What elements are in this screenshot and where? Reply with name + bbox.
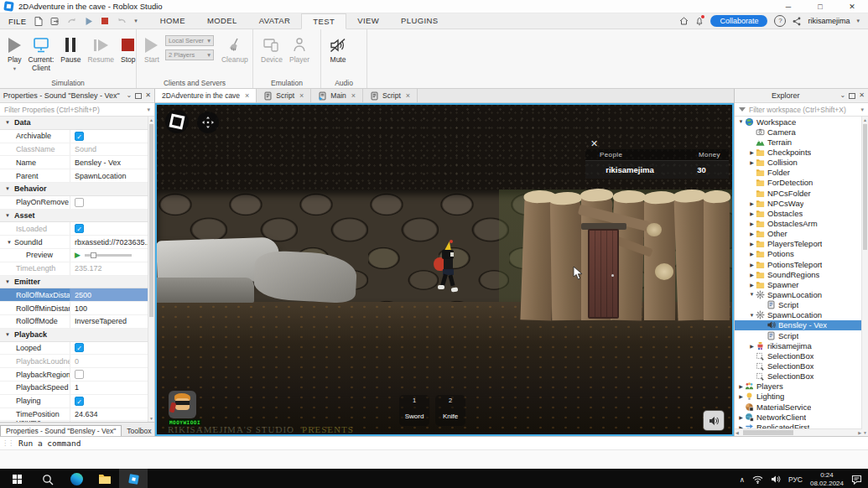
leaderboard-row[interactable]: rikisamejima 30 [585,160,729,179]
property-section-header[interactable]: ▼Playback [0,329,148,342]
home-icon[interactable] [679,17,689,25]
tab-model[interactable]: MODEL [196,13,248,29]
property-row[interactable]: RollOffModeInverseTapered [0,315,148,329]
checkbox[interactable]: ✓ [75,397,84,406]
property-row[interactable]: PlayOnRemove [0,196,148,210]
expander-icon[interactable]: ▶ [737,414,745,420]
user-menu-caret-icon[interactable]: ▾ [856,18,860,24]
property-section-header[interactable]: ▼Behavior [0,183,148,196]
expander-icon[interactable]: ▶ [748,210,756,216]
tab-plugins[interactable]: PLUGINS [390,13,450,29]
player-button[interactable]: Player [286,32,313,65]
explorer-item[interactable]: ▶PlayersTeleport [735,239,862,249]
expander-icon[interactable]: ▶ [748,149,756,155]
explorer-item[interactable]: SelectionBox [735,350,862,361]
preview-slider[interactable] [85,254,132,257]
pause-button[interactable]: Pause [57,32,84,65]
explorer-item[interactable]: ▶Obstacles [735,208,862,218]
property-row[interactable]: Playing✓ [0,395,148,408]
checkbox[interactable]: ✓ [75,132,84,141]
explorer-item[interactable]: ▶Players [735,382,862,392]
explorer-item[interactable]: ▼Workspace [735,117,862,127]
expander-icon[interactable]: ▶ [748,200,756,206]
open-file-icon[interactable] [50,17,60,26]
explorer-item[interactable]: ▼SpawnLocation [735,310,862,320]
bottom-tab-properties[interactable]: Properties - Sound "Bensley - Vex" [0,425,122,436]
property-row[interactable]: ▼SoundIdrbxassetid://7023635... [0,236,148,249]
wifi-icon[interactable] [752,475,763,484]
close-icon[interactable]: × [299,91,304,100]
viewport-tab[interactable]: Main× [311,89,363,102]
expand-icon[interactable]: ▼ [7,240,12,245]
device-button[interactable]: Device [257,32,286,65]
explorer-filter-input[interactable]: Filter workspace (Ctrl+Shift+X)▾ [735,103,868,117]
collapse-icon[interactable]: ▼ [5,120,10,125]
taskbar-edge-button[interactable] [62,469,91,488]
expander-icon[interactable]: ▶ [748,272,756,278]
checkbox[interactable] [75,198,84,207]
expander-icon[interactable]: ▶ [737,383,745,389]
collapse-icon[interactable]: ▼ [5,332,10,337]
expander-icon[interactable]: ▶ [748,241,756,247]
property-row[interactable]: Volume [0,421,148,422]
property-row[interactable]: NameBensley - Vex [0,156,148,169]
property-row[interactable]: PlaybackSpeed1 [0,382,148,395]
volume-icon[interactable] [771,475,781,484]
explorer-item[interactable]: ▶rikisamejima [735,340,862,350]
maximize-button[interactable]: □ [804,1,836,13]
tab-avatar[interactable]: AVATAR [248,13,302,29]
explorer-item[interactable]: ▶Spawner [735,279,862,289]
collapse-icon[interactable]: ▼ [5,279,10,284]
start-button[interactable] [0,469,34,488]
filter-caret-icon[interactable]: ▾ [860,106,864,113]
drag-grip-icon[interactable]: ⋮⋮ [2,439,13,447]
quick-stop-icon[interactable] [101,17,109,25]
expander-icon[interactable]: ▼ [748,313,756,318]
minimize-button[interactable]: ─ [772,1,804,13]
explorer-item[interactable]: SelectionBox [735,371,862,382]
property-row[interactable]: RollOffMaxDistance2500 [0,288,148,302]
filter-caret-icon[interactable]: ▾ [147,106,150,113]
mute-button[interactable]: Mute [325,32,351,65]
explorer-item[interactable]: NPCsFolder [735,188,862,198]
property-section-header[interactable]: ▼Data [0,117,148,130]
close-icon[interactable]: × [406,91,410,100]
bottom-tab-toolbox[interactable]: Toolbox [122,426,156,436]
explorer-item[interactable]: Terrain [735,137,862,147]
explorer-item[interactable]: ▶NPCsWay [735,198,862,208]
property-row[interactable]: Preview▶ [0,249,148,262]
explorer-item[interactable]: ▶Collision [735,158,862,168]
player-count-dropdown[interactable]: 2 Players▾ [165,49,214,60]
expander-icon[interactable]: ▶ [737,393,745,399]
explorer-vscrollbar[interactable]: ▲ ▼ [861,117,868,436]
quick-play-icon[interactable] [85,17,93,26]
property-row[interactable]: TimePosition24.634 [0,408,148,422]
explorer-item[interactable]: ▶NetworkClient [735,412,862,422]
properties-scrollbar[interactable]: ▲ ▼ [148,117,154,422]
tray-expand-icon[interactable]: ∧ [740,475,745,484]
explorer-item[interactable]: ▶Potions [735,249,862,259]
panel-menu-caret-icon[interactable]: ⌄ [127,91,133,100]
taskbar-clock[interactable]: 0:24 08.02.2024 [810,471,844,487]
explorer-item[interactable]: ▶Other [735,229,862,239]
expander-icon[interactable]: ▶ [748,282,756,288]
expander-icon[interactable]: ▶ [748,343,756,349]
expander-icon[interactable]: ▼ [748,292,756,297]
checkbox[interactable]: ✓ [75,343,84,352]
expander-icon[interactable]: ▶ [748,262,756,267]
checkbox[interactable]: ✓ [75,224,84,233]
start-button[interactable]: Start [141,32,163,65]
explorer-item[interactable]: ForDetection [735,178,862,188]
explorer-item[interactable]: MaterialService [735,402,862,412]
explorer-item[interactable]: Script [735,300,862,310]
expander-icon[interactable]: ▶ [748,221,756,226]
game-volume-button[interactable] [704,411,724,430]
property-section-header[interactable]: ▼Asset [0,210,148,223]
hotbar-slot-knife[interactable]: 2 Knife [435,395,465,426]
explorer-item[interactable]: Script [735,330,862,340]
language-indicator[interactable]: РУС [788,475,803,484]
collaborate-button[interactable]: Collaborate [710,15,767,27]
property-row[interactable]: TimeLength235.172 [0,262,148,276]
collapse-icon[interactable]: ▼ [5,186,10,191]
expander-icon[interactable]: ▶ [748,251,756,257]
